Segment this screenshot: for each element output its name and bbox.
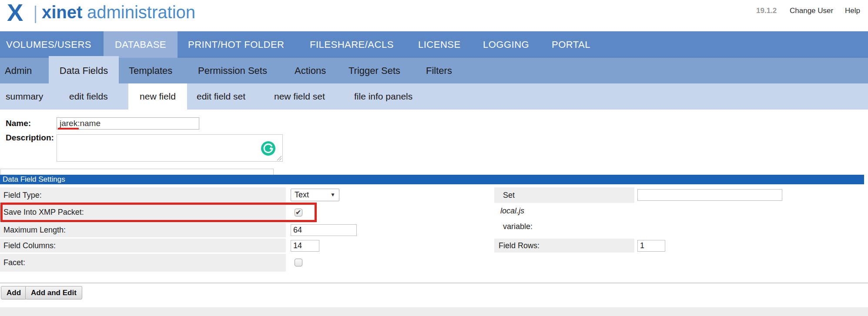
save-xmp-label: Save Into XMP Packet:	[3, 205, 286, 220]
facet-label: Facet:	[3, 254, 286, 272]
nav-admin[interactable]: Admin	[5, 58, 32, 83]
tertiary-nav: summary edit fields new field edit field…	[0, 83, 868, 110]
nav-license[interactable]: LICENSE	[418, 31, 461, 58]
nav-data-fields[interactable]: Data Fields	[49, 58, 119, 83]
max-length-cell: Maximum Length:	[0, 223, 286, 237]
logo-divider	[35, 6, 36, 23]
nav-new-field[interactable]: new field	[128, 83, 187, 110]
change-user-link[interactable]: Change User	[790, 7, 833, 15]
nav-new-field-set[interactable]: new field set	[274, 83, 325, 110]
field-columns-input[interactable]	[291, 240, 319, 252]
nav-database[interactable]: DATABASE	[104, 31, 178, 58]
field-type-label: Field Type:	[3, 187, 286, 203]
help-link[interactable]: Help	[845, 7, 860, 15]
nav-edit-field-set[interactable]: edit field set	[197, 83, 245, 110]
max-length-label: Maximum Length:	[3, 223, 286, 237]
nav-portal[interactable]: PORTAL	[552, 31, 590, 58]
field-rows-input[interactable]	[637, 240, 665, 252]
field-type-select[interactable]: Text ▼	[291, 189, 339, 201]
max-length-input[interactable]	[291, 224, 357, 236]
nav-templates[interactable]: Templates	[129, 58, 172, 83]
field-type-cell: Field Type:	[0, 187, 286, 203]
add-button[interactable]: Add	[1, 286, 27, 299]
spellcheck-underline	[58, 128, 79, 130]
version-label: 19.1.2	[756, 7, 777, 15]
brand-suffix: administration	[87, 3, 195, 22]
facet-cell: Facet:	[0, 254, 286, 272]
description-label: Description:	[6, 133, 54, 143]
description-textarea[interactable]	[57, 134, 283, 162]
nav-volumes-users[interactable]: VOLUMES/USERS	[6, 31, 91, 58]
save-xmp-checkbox[interactable]: ✔	[295, 209, 302, 216]
local-js-input[interactable]	[637, 189, 782, 201]
nav-edit-fields[interactable]: edit fields	[69, 83, 108, 110]
local-js-cell: Setlocal.jsvariable:	[494, 187, 634, 203]
field-rows-label: Field Rows:	[499, 239, 634, 253]
checkmark-icon: ✔	[295, 208, 301, 216]
section-title: Data Field Settings	[3, 175, 864, 184]
section-header: Data Field Settings	[0, 175, 864, 184]
brand-name: xinet	[42, 3, 82, 22]
nav-print-hot-folder[interactable]: PRINT/HOT FOLDER	[188, 31, 285, 58]
textarea-resize-handle-icon[interactable]	[276, 155, 282, 161]
field-type-value: Text	[295, 189, 309, 201]
local-js-label: Setlocal.jsvariable:	[499, 187, 634, 234]
nav-permission-sets[interactable]: Permission Sets	[198, 58, 267, 83]
nav-summary[interactable]: summary	[6, 83, 43, 110]
facet-checkbox[interactable]: ✔	[295, 259, 302, 266]
name-label: Name:	[6, 119, 31, 128]
nav-logging[interactable]: LOGGING	[483, 31, 529, 58]
nav-file-info-panels[interactable]: file info panels	[354, 83, 412, 110]
field-rows-cell: Field Rows:	[494, 239, 634, 253]
nav-actions[interactable]: Actions	[295, 58, 326, 83]
footer-band	[0, 307, 868, 316]
footer-divider	[0, 283, 868, 283]
field-columns-label: Field Columns:	[3, 239, 286, 253]
primary-nav: VOLUMES/USERS DATABASE PRINT/HOT FOLDER …	[0, 31, 868, 58]
field-columns-cell: Field Columns:	[0, 239, 286, 253]
xinet-logo-x-icon: X	[7, 0, 23, 27]
secondary-nav: Admin Data Fields Templates Permission S…	[0, 58, 868, 83]
add-and-edit-button[interactable]: Add and Edit	[25, 286, 82, 299]
nav-fileshare-acls[interactable]: FILESHARE/ACLS	[310, 31, 394, 58]
nav-trigger-sets[interactable]: Trigger Sets	[349, 58, 400, 83]
xinet-admin-page: X xinet administration 19.1.2 Change Use…	[0, 0, 868, 316]
grammarly-icon[interactable]	[261, 141, 275, 156]
nav-filters[interactable]: Filters	[426, 58, 452, 83]
dropdown-arrow-icon: ▼	[330, 189, 335, 201]
save-xmp-cell: Save Into XMP Packet:	[0, 205, 286, 220]
